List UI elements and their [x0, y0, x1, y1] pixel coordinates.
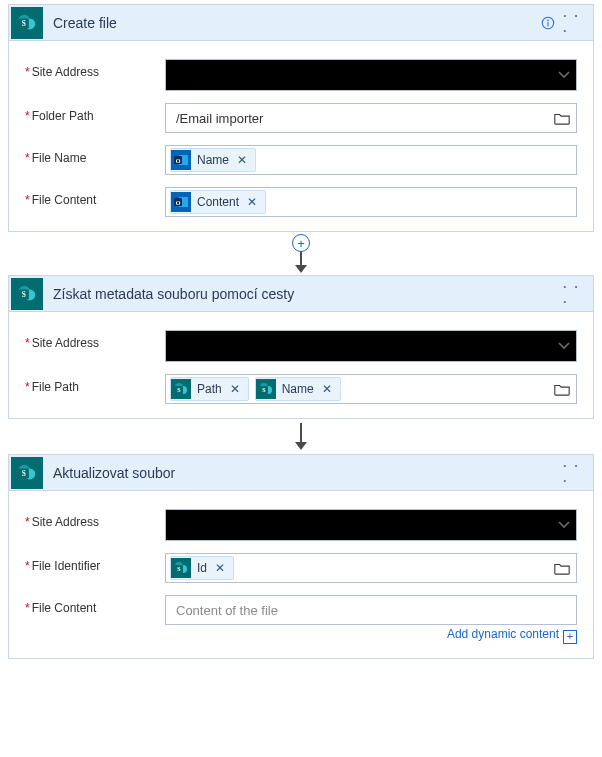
token-label: Name	[197, 153, 229, 167]
token-field-with-picker[interactable]: SPath✕SName✕	[165, 374, 577, 404]
flow-connector	[8, 419, 594, 454]
field-label: *File Content	[25, 595, 165, 615]
token-field[interactable]: OName✕	[165, 145, 577, 175]
svg-text:O: O	[176, 200, 181, 206]
sharepoint-brand-icon: S	[11, 7, 43, 39]
card-menu-button[interactable]: · · ·	[563, 462, 585, 484]
sharepoint-brand-icon: S	[11, 457, 43, 489]
site-address-select[interactable]	[165, 330, 577, 362]
card-menu-button[interactable]: · · ·	[563, 283, 585, 305]
field-label: *File Identifier	[25, 553, 165, 573]
card-title: Aktualizovat soubor	[43, 465, 559, 481]
outlook-icon: O	[171, 192, 191, 212]
svg-text:S: S	[22, 289, 26, 298]
dynamic-token[interactable]: SName✕	[255, 377, 341, 401]
svg-text:S: S	[22, 468, 26, 477]
svg-text:S: S	[22, 18, 26, 27]
flow-connector: +	[8, 232, 594, 275]
folder-picker-button[interactable]	[552, 559, 572, 577]
card-menu-button[interactable]: · · ·	[563, 12, 585, 34]
token-label: Id	[197, 561, 207, 575]
arrow-head-icon	[295, 442, 307, 450]
token-field[interactable]: OContent✕	[165, 187, 577, 217]
dynamic-token[interactable]: OContent✕	[170, 190, 266, 214]
sharepoint-brand-icon: S	[11, 278, 43, 310]
info-icon[interactable]	[537, 12, 559, 34]
sharepoint-icon: S	[171, 558, 191, 578]
chevron-down-icon	[558, 71, 570, 79]
svg-rect-6	[547, 21, 548, 25]
token-label: Name	[282, 382, 314, 396]
sharepoint-icon: S	[256, 379, 276, 399]
token-label: Path	[197, 382, 222, 396]
field-label: *File Content	[25, 187, 165, 207]
token-remove[interactable]: ✕	[245, 195, 259, 209]
field-label: *File Name	[25, 145, 165, 165]
token-label: Content	[197, 195, 239, 209]
field-placeholder: Content of the file	[170, 599, 284, 622]
arrow-stem	[300, 423, 302, 443]
field-label: *Site Address	[25, 59, 165, 79]
field-label: *Site Address	[25, 330, 165, 350]
card-title: Create file	[43, 15, 533, 31]
folder-picker-button[interactable]	[552, 109, 572, 127]
dynamic-token[interactable]: SPath✕	[170, 377, 249, 401]
chevron-down-icon	[558, 342, 570, 350]
svg-text:O: O	[176, 158, 181, 164]
field-label: *Site Address	[25, 509, 165, 529]
text-field[interactable]: Content of the file	[165, 595, 577, 625]
site-address-select[interactable]	[165, 59, 577, 91]
token-remove[interactable]: ✕	[213, 561, 227, 575]
svg-point-5	[547, 19, 549, 21]
action-card: SZískat metadata souboru pomocí cesty· ·…	[8, 275, 594, 419]
action-card: SAktualizovat soubor· · ·*Site Address*F…	[8, 454, 594, 659]
token-remove[interactable]: ✕	[235, 153, 249, 167]
outlook-icon: O	[171, 150, 191, 170]
dynamic-token[interactable]: OName✕	[170, 148, 256, 172]
card-header[interactable]: SZískat metadata souboru pomocí cesty· ·…	[9, 276, 593, 312]
field-label: *Folder Path	[25, 103, 165, 123]
text-field-with-picker[interactable]: /Email importer	[165, 103, 577, 133]
folder-picker-button[interactable]	[552, 380, 572, 398]
add-step-button[interactable]: +	[292, 234, 310, 252]
token-remove[interactable]: ✕	[320, 382, 334, 396]
dynamic-token[interactable]: SId✕	[170, 556, 234, 580]
arrow-stem	[300, 250, 302, 266]
action-card: SCreate file· · ·*Site Address*Folder Pa…	[8, 4, 594, 232]
site-address-select[interactable]	[165, 509, 577, 541]
sharepoint-icon: S	[171, 379, 191, 399]
token-field-with-picker[interactable]: SId✕	[165, 553, 577, 583]
chevron-down-icon	[558, 521, 570, 529]
arrow-head-icon	[295, 265, 307, 273]
token-remove[interactable]: ✕	[228, 382, 242, 396]
card-header[interactable]: SCreate file· · ·	[9, 5, 593, 41]
field-value: /Email importer	[170, 107, 269, 130]
field-label: *File Path	[25, 374, 165, 394]
add-dynamic-content-link[interactable]: Add dynamic content	[447, 627, 559, 641]
card-title: Získat metadata souboru pomocí cesty	[43, 286, 559, 302]
card-header[interactable]: SAktualizovat soubor· · ·	[9, 455, 593, 491]
add-dynamic-content-icon[interactable]: +	[563, 630, 577, 644]
